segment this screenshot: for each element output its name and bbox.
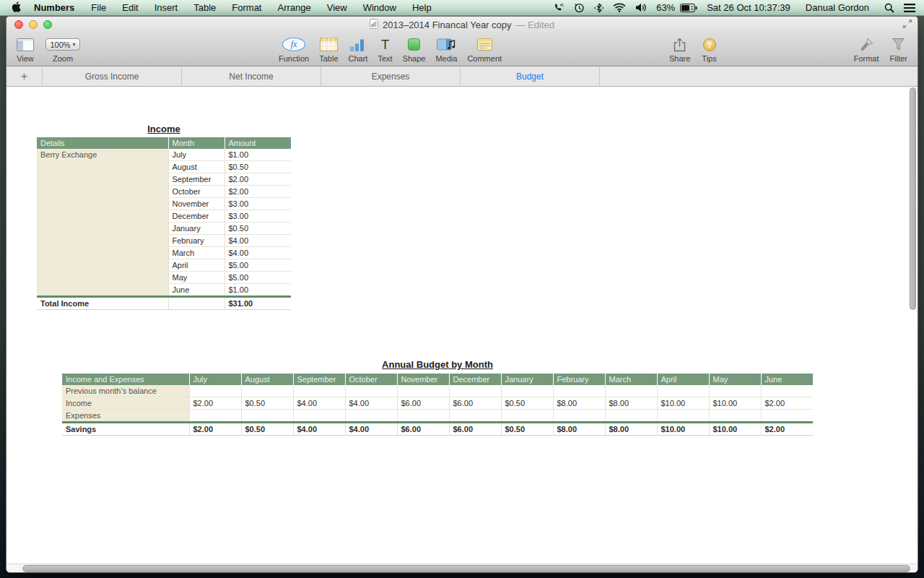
income-amount-cell[interactable]: $5.00 — [225, 272, 291, 284]
sheet-canvas[interactable]: Income DetailsMonthAmount Berry Exchange… — [6, 87, 918, 573]
income-total-month-cell[interactable] — [168, 297, 225, 310]
budget-cell[interactable]: $10.00 — [657, 423, 709, 436]
budget-cell[interactable]: $2.00 — [761, 423, 813, 436]
budget-cell[interactable] — [189, 385, 241, 397]
budget-table[interactable]: Income and ExpensesJulyAugustSeptemberOc… — [62, 374, 813, 436]
income-month-cell[interactable]: November — [168, 198, 225, 210]
apple-menu[interactable] — [12, 1, 25, 14]
phone-icon[interactable] — [554, 3, 565, 13]
budget-cell[interactable] — [553, 385, 605, 397]
budget-cell[interactable] — [657, 410, 709, 423]
income-month-cell[interactable]: March — [168, 247, 225, 259]
budget-cell[interactable]: $8.00 — [553, 397, 605, 410]
budget-cell[interactable]: $10.00 — [709, 397, 761, 410]
close-button[interactable] — [14, 20, 23, 29]
income-month-cell[interactable]: February — [168, 235, 225, 247]
bluetooth-icon[interactable] — [594, 3, 603, 13]
budget-cell[interactable]: $4.00 — [293, 423, 345, 436]
volume-icon[interactable] — [635, 3, 647, 12]
menu-table[interactable]: Table — [186, 2, 224, 13]
income-total-label[interactable]: Total Income — [37, 297, 168, 310]
income-month-cell[interactable]: October — [168, 186, 225, 198]
filter-button[interactable]: Filter — [890, 36, 907, 63]
budget-cell[interactable] — [241, 385, 293, 397]
income-amount-cell[interactable]: $1.00 — [225, 149, 291, 161]
budget-cell[interactable] — [449, 410, 501, 423]
budget-row-label-previous-month-s-balance[interactable]: Previous month’s balance — [62, 385, 189, 397]
menu-help[interactable]: Help — [404, 2, 440, 13]
income-table-title[interactable]: Income — [37, 124, 291, 134]
shape-button[interactable]: Shape — [403, 36, 426, 63]
budget-cell[interactable]: $2.00 — [761, 397, 813, 410]
budget-cell[interactable] — [605, 410, 657, 423]
menu-window[interactable]: Window — [355, 2, 404, 13]
menu-view[interactable]: View — [319, 2, 355, 13]
battery-icon[interactable] — [680, 4, 697, 12]
income-amount-cell[interactable]: $4.00 — [225, 235, 291, 247]
budget-cell[interactable]: $4.00 — [345, 397, 397, 410]
budget-cell[interactable] — [553, 410, 605, 423]
chart-button[interactable]: Chart — [349, 36, 368, 63]
battery-percent[interactable]: 63% — [656, 2, 675, 13]
zoom-value-button[interactable]: 100% ▾ — [45, 38, 80, 51]
budget-cell[interactable] — [397, 385, 449, 397]
comment-button[interactable]: Comment — [467, 36, 502, 63]
tab-expenses[interactable]: Expenses — [321, 66, 461, 86]
tips-button[interactable]: ? Tips — [702, 36, 716, 63]
view-button[interactable]: View — [17, 36, 34, 63]
menu-insert[interactable]: Insert — [147, 2, 186, 13]
budget-cell[interactable]: $0.50 — [241, 423, 293, 436]
tab-budget[interactable]: Budget — [461, 66, 600, 86]
income-amount-cell[interactable]: $2.00 — [225, 186, 291, 198]
budget-cell[interactable] — [761, 385, 813, 397]
budget-cell[interactable]: $2.00 — [189, 397, 241, 410]
budget-cell[interactable] — [605, 385, 657, 397]
budget-cell[interactable]: $10.00 — [657, 397, 709, 410]
income-amount-cell[interactable]: $0.50 — [225, 223, 291, 235]
notification-center-icon[interactable] — [904, 4, 915, 12]
budget-cell[interactable]: $0.50 — [501, 397, 553, 410]
income-month-cell[interactable]: May — [168, 272, 225, 284]
budget-cell[interactable]: $0.50 — [241, 397, 293, 410]
budget-cell[interactable] — [189, 410, 241, 423]
income-total-amount[interactable]: $31.00 — [225, 297, 291, 310]
function-button[interactable]: fx Function — [279, 36, 309, 63]
income-amount-cell[interactable]: $2.00 — [225, 173, 291, 186]
budget-cell[interactable] — [345, 385, 397, 397]
budget-cell[interactable] — [293, 410, 345, 423]
budget-cell[interactable]: $6.00 — [449, 397, 501, 410]
income-month-cell[interactable]: April — [168, 259, 225, 272]
format-button[interactable]: Format — [854, 36, 879, 63]
income-amount-cell[interactable]: $5.00 — [225, 259, 291, 272]
fullscreen-icon[interactable] — [902, 19, 913, 32]
vertical-scrollbar[interactable] — [910, 87, 916, 310]
budget-cell[interactable]: $8.00 — [553, 423, 605, 436]
income-month-cell[interactable]: August — [168, 161, 225, 173]
budget-cell[interactable]: $6.00 — [397, 423, 449, 436]
zoom-window-button[interactable] — [43, 20, 52, 29]
budget-cell[interactable] — [709, 410, 761, 423]
income-amount-cell[interactable]: $3.00 — [225, 198, 291, 210]
media-button[interactable]: Media — [435, 36, 457, 63]
wifi-icon[interactable] — [613, 3, 626, 12]
budget-cell[interactable]: $8.00 — [605, 397, 657, 410]
income-amount-cell[interactable]: $0.50 — [225, 161, 291, 173]
income-month-cell[interactable]: December — [168, 210, 225, 223]
text-button[interactable]: T Text — [378, 36, 392, 63]
income-table[interactable]: DetailsMonthAmount Berry ExchangeJuly$1.… — [37, 137, 291, 310]
income-amount-cell[interactable]: $3.00 — [225, 210, 291, 223]
spotlight-search-icon[interactable] — [884, 3, 894, 13]
budget-cell[interactable] — [657, 385, 709, 397]
income-details-cell[interactable]: Berry Exchange — [37, 149, 168, 297]
menu-clock[interactable]: Sat 26 Oct 10:37:39 — [707, 2, 790, 13]
share-button[interactable]: Share — [669, 36, 690, 63]
time-machine-icon[interactable] — [574, 2, 585, 13]
budget-cell[interactable]: $10.00 — [709, 423, 761, 436]
table-button[interactable]: Table — [319, 36, 338, 63]
user-menu[interactable]: Danual Gordon — [806, 2, 869, 13]
budget-cell[interactable]: $4.00 — [293, 397, 345, 410]
budget-cell[interactable] — [449, 385, 501, 397]
budget-cell[interactable] — [501, 410, 553, 423]
menu-arrange[interactable]: Arrange — [269, 2, 318, 13]
tab-net-income[interactable]: Net Income — [182, 66, 321, 86]
